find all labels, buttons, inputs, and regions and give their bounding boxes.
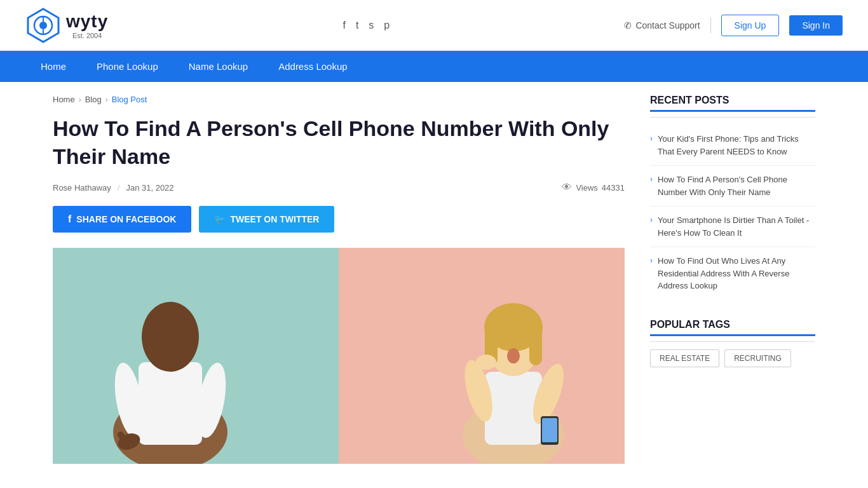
svg-point-23 bbox=[507, 348, 520, 363]
meta-divider: / bbox=[118, 183, 120, 193]
recent-post-1[interactable]: › Your Kid's First Phone: Tips and Trick… bbox=[650, 125, 815, 166]
nav-phone-lookup[interactable]: Phone Lookup bbox=[81, 51, 173, 82]
main-container: Home › Blog › Blog Post How To Find A Pe… bbox=[27, 82, 841, 477]
logo-area[interactable]: wyty Est. 2004 bbox=[25, 8, 108, 43]
logo-text-area: wyty Est. 2004 bbox=[66, 11, 108, 39]
views-label: Views bbox=[576, 183, 597, 193]
logo-text: wyty bbox=[66, 11, 108, 32]
nav-home[interactable]: Home bbox=[25, 51, 81, 82]
post-arrow-3: › bbox=[650, 215, 653, 224]
recent-posts-divider bbox=[650, 117, 815, 118]
logo-icon bbox=[25, 8, 61, 43]
nav-name-lookup[interactable]: Name Lookup bbox=[173, 51, 263, 82]
svg-rect-17 bbox=[529, 327, 542, 365]
header: wyty Est. 2004 f t s p ✆ Contact Support… bbox=[0, 0, 868, 51]
breadcrumb: Home › Blog › Blog Post bbox=[53, 95, 625, 104]
popular-tags-title: POPULAR TAGS bbox=[650, 319, 815, 336]
header-divider bbox=[710, 18, 711, 33]
post-arrow-4: › bbox=[650, 256, 653, 265]
social-links: f t s p bbox=[342, 20, 390, 31]
meta-left: Rose Hathaway / Jan 31, 2022 bbox=[53, 183, 174, 193]
signin-button[interactable]: Sign In bbox=[789, 15, 843, 36]
post-link-3[interactable]: Your Smartphone Is Dirtier Than A Toilet… bbox=[658, 214, 815, 239]
main-nav: Home Phone Lookup Name Lookup Address Lo… bbox=[0, 51, 868, 82]
facebook-icon: f bbox=[68, 214, 71, 225]
contact-support-label: Contact Support bbox=[635, 20, 700, 30]
svg-rect-20 bbox=[542, 418, 557, 442]
article-image bbox=[53, 248, 625, 464]
recent-posts-title: RECENT POSTS bbox=[650, 95, 815, 112]
recent-post-2[interactable]: › How To Find A Person's Cell Phone Numb… bbox=[650, 166, 815, 207]
breadcrumb-blog[interactable]: Blog bbox=[85, 95, 102, 104]
sidebar: RECENT POSTS › Your Kid's First Phone: T… bbox=[650, 95, 815, 464]
popular-tags: REAL ESTATE RECRUITING bbox=[650, 349, 815, 367]
tag-real-estate[interactable]: REAL ESTATE bbox=[650, 349, 719, 367]
share-twitter-label: TWEET ON TWITTER bbox=[230, 214, 319, 224]
eye-icon: 👁 bbox=[562, 182, 572, 193]
post-arrow-2: › bbox=[650, 175, 653, 184]
svg-point-2 bbox=[39, 22, 47, 29]
svg-point-7 bbox=[142, 302, 199, 372]
person-left-silhouette bbox=[91, 261, 250, 464]
svg-rect-6 bbox=[139, 362, 202, 445]
share-twitter-button[interactable]: 🐦 TWEET ON TWITTER bbox=[199, 206, 334, 233]
pinterest-social-icon[interactable]: p bbox=[384, 20, 390, 31]
breadcrumb-sep-2: › bbox=[105, 95, 108, 104]
header-right: ✆ Contact Support Sign Up Sign In bbox=[624, 15, 843, 36]
stumbleupon-social-icon[interactable]: s bbox=[369, 20, 374, 31]
breadcrumb-current: Blog Post bbox=[112, 95, 147, 104]
share-facebook-button[interactable]: f SHARE ON FACEBOOK bbox=[53, 206, 191, 233]
views-count: 44331 bbox=[602, 183, 625, 193]
recent-post-4[interactable]: › How To Find Out Who Lives At Any Resid… bbox=[650, 247, 815, 300]
popular-tags-section: POPULAR TAGS REAL ESTATE RECRUITING bbox=[650, 319, 815, 367]
twitter-social-icon[interactable]: t bbox=[356, 20, 358, 31]
post-link-4[interactable]: How To Find Out Who Lives At Any Residen… bbox=[658, 255, 815, 292]
article-date: Jan 31, 2022 bbox=[126, 183, 173, 193]
person-right-silhouette bbox=[440, 273, 587, 464]
article-title: How To Find A Person's Cell Phone Number… bbox=[53, 114, 625, 170]
contact-support-link[interactable]: ✆ Contact Support bbox=[624, 20, 700, 30]
nav-address-lookup[interactable]: Address Lookup bbox=[263, 51, 362, 82]
article-author: Rose Hathaway bbox=[53, 183, 111, 193]
logo-est: Est. 2004 bbox=[66, 32, 108, 39]
facebook-social-icon[interactable]: f bbox=[342, 20, 345, 31]
phone-icon: ✆ bbox=[624, 20, 632, 30]
article-meta: Rose Hathaway / Jan 31, 2022 👁 Views 443… bbox=[53, 182, 625, 193]
svg-point-22 bbox=[476, 355, 496, 370]
popular-tags-divider bbox=[650, 341, 815, 342]
twitter-icon: 🐦 bbox=[214, 214, 225, 224]
tag-recruiting[interactable]: RECRUITING bbox=[724, 349, 791, 367]
signup-button[interactable]: Sign Up bbox=[721, 15, 780, 36]
views-area: 👁 Views 44331 bbox=[562, 182, 625, 193]
breadcrumb-home[interactable]: Home bbox=[53, 95, 75, 104]
recent-post-3[interactable]: › Your Smartphone Is Dirtier Than A Toil… bbox=[650, 207, 815, 247]
recent-posts-section: RECENT POSTS › Your Kid's First Phone: T… bbox=[650, 95, 815, 300]
share-facebook-label: SHARE ON FACEBOOK bbox=[76, 214, 176, 224]
post-arrow-1: › bbox=[650, 134, 653, 143]
post-link-1[interactable]: Your Kid's First Phone: Tips and Tricks … bbox=[658, 133, 815, 158]
article-content: Home › Blog › Blog Post How To Find A Pe… bbox=[53, 95, 625, 464]
share-buttons: f SHARE ON FACEBOOK 🐦 TWEET ON TWITTER bbox=[53, 206, 625, 233]
post-link-2[interactable]: How To Find A Person's Cell Phone Number… bbox=[658, 173, 815, 198]
breadcrumb-sep-1: › bbox=[79, 95, 81, 104]
